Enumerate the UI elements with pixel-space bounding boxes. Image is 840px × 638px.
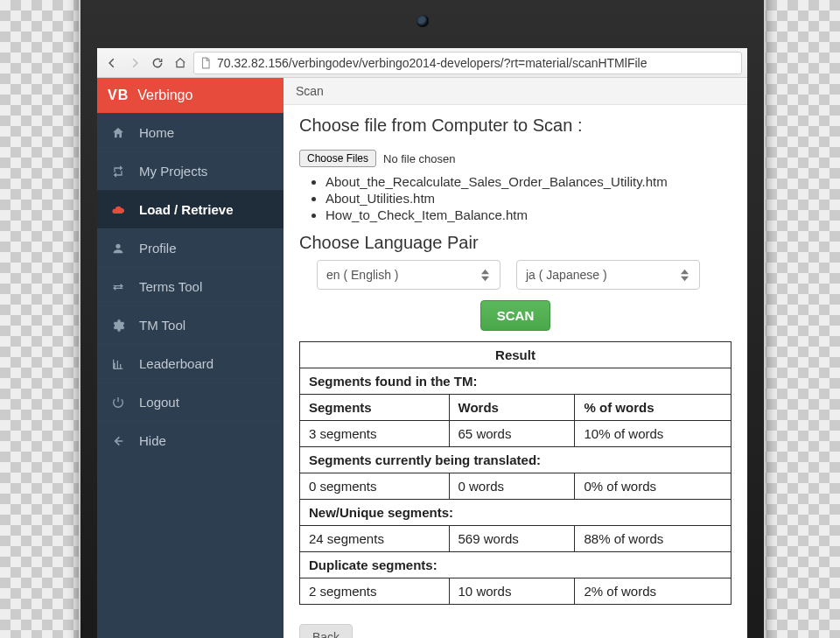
no-file-chosen-text: No file chosen — [383, 152, 455, 165]
target-language-select[interactable]: ja ( Japanese ) — [516, 260, 700, 290]
table-row: 0 segments 0 words 0% of words — [300, 473, 732, 500]
list-item: How_to_Check_Item_Balance.htm — [326, 207, 732, 222]
chevron-up-down-icon — [678, 269, 690, 282]
table-row: Segments currently being translated: — [300, 447, 732, 473]
address-bar[interactable]: 70.32.82.156/verbingodev/verbingo2014-de… — [193, 52, 742, 74]
sidebar: VB Verbingo Home My Projects — [97, 78, 284, 638]
content-area: Scan Choose file from Computer to Scan :… — [284, 78, 747, 638]
table-row: Duplicate segments: — [300, 552, 732, 578]
gear-icon — [111, 319, 127, 333]
result-header: Result — [300, 342, 732, 368]
brand-badge: VB — [108, 88, 129, 103]
sidebar-item-tm-tool[interactable]: TM Tool — [97, 305, 284, 344]
tablet-bezel: 70.32.82.156/verbingodev/verbingo2014-de… — [79, 0, 766, 638]
user-icon — [111, 242, 127, 256]
result-table: Result Segments found in the TM: Segment… — [299, 341, 732, 605]
choose-lang-pair-heading: Choose Language Pair — [299, 233, 732, 253]
brand[interactable]: VB Verbingo — [97, 78, 284, 113]
choose-file-heading: Choose file from Computer to Scan : — [299, 116, 582, 136]
bar-chart-icon — [111, 357, 127, 371]
tablet-camera — [416, 15, 429, 27]
list-item: About_Utilities.htm — [326, 191, 732, 206]
retweet-icon — [111, 165, 127, 179]
table-row: 3 segments 65 words 10% of words — [300, 421, 732, 447]
cloud-icon — [111, 203, 127, 217]
source-language-select[interactable]: en ( English ) — [317, 260, 500, 290]
sidebar-item-label: Profile — [139, 241, 177, 256]
arrow-left-icon — [111, 434, 127, 448]
table-row: Segments Words % of words — [300, 395, 732, 421]
brand-name: Verbingo — [137, 88, 192, 103]
page-icon — [200, 57, 212, 69]
sidebar-item-label: Home — [139, 125, 174, 140]
address-url: 70.32.82.156/verbingodev/verbingo2014-de… — [217, 56, 647, 70]
table-row: Segments found in the TM: — [300, 368, 732, 395]
sidebar-item-label: Terms Tool — [139, 279, 202, 294]
choose-files-button[interactable]: Choose Files — [299, 150, 376, 167]
chosen-file-list: About_the_Recalculate_Sales_Order_Balanc… — [326, 174, 732, 222]
sidebar-item-label: TM Tool — [139, 318, 186, 333]
source-language-value: en ( English ) — [326, 268, 398, 282]
exchange-icon — [111, 280, 127, 294]
target-language-value: ja ( Japanese ) — [526, 268, 607, 282]
sidebar-item-label: Leaderboard — [139, 356, 214, 371]
table-row: 2 segments 10 words 2% of words — [300, 578, 732, 605]
sidebar-item-logout[interactable]: Logout — [97, 382, 284, 421]
sidebar-item-label: Load / Retrieve — [139, 202, 234, 217]
table-row: 24 segments 569 words 88% of words — [300, 526, 732, 552]
list-item: About_the_Recalculate_Sales_Order_Balanc… — [326, 174, 732, 189]
sidebar-item-home[interactable]: Home — [97, 113, 284, 151]
tablet-screen: 70.32.82.156/verbingodev/verbingo2014-de… — [97, 48, 747, 638]
browser-toolbar: 70.32.82.156/verbingodev/verbingo2014-de… — [97, 48, 747, 78]
sidebar-item-label: Hide — [139, 433, 166, 448]
sidebar-item-label: My Projects — [139, 164, 207, 179]
sidebar-item-load-retrieve[interactable]: Load / Retrieve — [97, 190, 284, 228]
sidebar-item-terms-tool[interactable]: Terms Tool — [97, 267, 284, 305]
sidebar-item-leaderboard[interactable]: Leaderboard — [97, 344, 284, 382]
chevron-up-down-icon — [479, 269, 491, 282]
reload-browser-button[interactable] — [148, 53, 167, 73]
table-row: New/Unique segments: — [300, 500, 732, 526]
forward-browser-button[interactable] — [125, 53, 144, 73]
back-browser-button[interactable] — [102, 53, 122, 73]
home-icon — [111, 126, 127, 140]
power-icon — [111, 396, 127, 410]
page-title: Scan — [284, 78, 747, 105]
sidebar-item-my-projects[interactable]: My Projects — [97, 151, 284, 190]
sidebar-item-label: Logout — [139, 395, 179, 410]
back-button[interactable]: Back — [299, 624, 353, 638]
sidebar-item-profile[interactable]: Profile — [97, 228, 284, 267]
scan-button[interactable]: SCAN — [480, 300, 551, 331]
sidebar-item-hide[interactable]: Hide — [97, 421, 284, 459]
file-chooser: Choose Files No file chosen — [299, 150, 455, 167]
home-browser-button[interactable] — [171, 53, 190, 73]
